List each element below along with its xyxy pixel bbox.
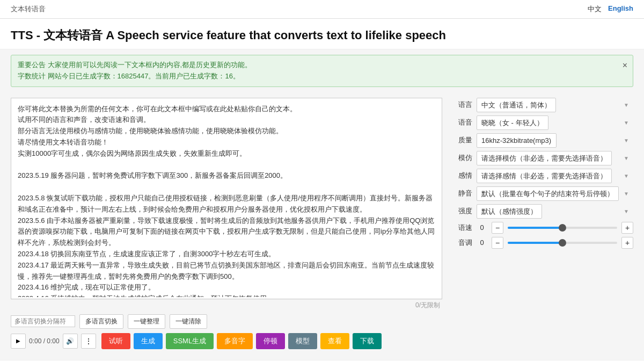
check-btn[interactable]: 查看: [320, 333, 349, 349]
silence-row: 静音 默认（批量在每个句子的结束符号后停顿） ▼: [451, 186, 633, 201]
right-panel: 语言 中文（普通话，简体） ▼ 语音 晓晓（女 - 年轻人） ▼ 质量: [451, 98, 633, 349]
silence-label: 静音: [451, 189, 472, 198]
emotion-select-arrow: ▼: [624, 173, 629, 179]
strength-select[interactable]: 默认（感情强度）: [477, 204, 542, 219]
text-container: [11, 98, 442, 299]
emotion-label: 感情: [451, 171, 472, 180]
notice-line1: 重要公告 大家使用前可以先阅读一下文本框内的内容,都是历史更新的功能。: [18, 60, 617, 71]
quality-select-wrapper: 16khz-32kbitrate(mp3) ▼: [477, 133, 633, 148]
silence-select[interactable]: 默认（批量在每个句子的结束符号后停顿）: [477, 186, 619, 201]
char-count: 0/无限制: [11, 299, 442, 311]
quality-label: 质量: [451, 135, 472, 145]
language-select-arrow: ▼: [624, 102, 629, 108]
multi-btn[interactable]: 多音字: [217, 333, 253, 349]
pitch-row: 音调 0 − +: [451, 237, 633, 249]
imitate-select-arrow: ▼: [624, 155, 629, 161]
main-textarea[interactable]: [11, 98, 442, 297]
voice-row: 语音 晓晓（女 - 年轻人） ▼: [451, 115, 633, 130]
download-btn[interactable]: 下载: [353, 333, 382, 349]
trial-btn[interactable]: 试听: [101, 333, 130, 349]
voice-label: 语音: [451, 118, 472, 127]
speed-value: 0: [477, 223, 487, 232]
notice-line2: 字数统计 网站今日已生成字数：16825447。当前用户已生成字数：16。: [18, 71, 617, 82]
voice-select[interactable]: 晓晓（女 - 年轻人）: [477, 115, 548, 130]
strength-select-wrapper: 默认（感情强度） ▼: [477, 204, 633, 219]
strength-label: 强度: [451, 206, 472, 216]
silence-select-wrapper: 默认（批量在每个句子的结束符号后停顿） ▼: [477, 186, 633, 201]
more-btn[interactable]: ⋮: [81, 334, 96, 349]
volume-btn[interactable]: 🔊: [63, 334, 78, 349]
pause-btn[interactable]: 停顿: [256, 333, 285, 349]
pitch-plus-btn[interactable]: +: [621, 237, 633, 249]
left-panel: 0/无限制 多语言切换 一键整理 一键清除 ▶ 0:00 / 0:00 🔊 ⋮ …: [11, 98, 442, 349]
pitch-minus-btn[interactable]: −: [492, 237, 503, 249]
lang-zh-btn[interactable]: 中文: [588, 4, 602, 14]
lang-en-btn[interactable]: English: [608, 4, 633, 14]
imitate-select-wrapper: 请选择模仿（非必选，需要先选择语音） ▼: [477, 151, 633, 165]
pitch-label: 音调: [451, 238, 472, 248]
emotion-select[interactable]: 请选择感情（非必选，需要先选择语音）: [477, 169, 612, 183]
pitch-value: 0: [477, 239, 487, 247]
quality-row: 质量 16khz-32kbitrate(mp3) ▼: [451, 133, 633, 148]
quality-select[interactable]: 16khz-32kbitrate(mp3): [477, 133, 557, 148]
main-content: 0/无限制 多语言切换 一键整理 一键清除 ▶ 0:00 / 0:00 🔊 ⋮ …: [0, 92, 644, 355]
organize-btn[interactable]: 一键整理: [128, 314, 165, 329]
voice-select-arrow: ▼: [624, 120, 629, 126]
language-switcher: 中文 English: [588, 4, 633, 14]
emotion-row: 感情 请选择感情（非必选，需要先选择语音） ▼: [451, 169, 633, 183]
imitate-select[interactable]: 请选择模仿（非必选，需要先选择语音）: [477, 151, 612, 165]
speed-label: 语速: [451, 223, 472, 233]
generate-btn[interactable]: 生成: [134, 333, 163, 349]
notice-bar: 重要公告 大家使用前可以先阅读一下文本框内的内容,都是历史更新的功能。 字数统计…: [11, 55, 633, 87]
strength-row: 强度 默认（感情强度） ▼: [451, 204, 633, 219]
audio-controls: ▶ 0:00 / 0:00 🔊 ⋮: [11, 334, 96, 349]
action-buttons-row: ▶ 0:00 / 0:00 🔊 ⋮ 试听 生成 SSML生成 多音字 停顿 模型…: [11, 333, 442, 349]
language-select[interactable]: 中文（普通话，简体）: [477, 98, 556, 112]
quality-select-arrow: ▼: [624, 138, 629, 143]
language-label: 语言: [451, 100, 472, 110]
notice-close-btn[interactable]: ×: [623, 59, 627, 73]
page-title: TTS - 文本转语音 A Speech service feature tha…: [11, 27, 633, 44]
page-title-area: TTS - 文本转语音 A Speech service feature tha…: [0, 19, 644, 49]
ssml-btn[interactable]: SSML生成: [166, 333, 214, 349]
language-row: 语言 中文（普通话，简体） ▼: [451, 98, 633, 112]
voice-select-wrapper: 晓晓（女 - 年轻人） ▼: [477, 115, 633, 130]
header-title: 文本转语音: [11, 4, 46, 14]
clear-btn[interactable]: 一键清除: [170, 314, 207, 329]
play-btn[interactable]: ▶: [11, 334, 26, 349]
emotion-select-wrapper: 请选择感情（非必选，需要先选择语音） ▼: [477, 169, 633, 183]
pitch-slider-track[interactable]: [508, 242, 617, 244]
model-btn[interactable]: 模型: [288, 333, 317, 349]
header: 文本转语音 中文 English: [0, 0, 644, 19]
separator-input[interactable]: [11, 315, 75, 327]
speed-slider-track[interactable]: [508, 227, 617, 229]
time-display: 0:00 / 0:00: [29, 337, 60, 345]
language-select-wrapper: 中文（普通话，简体） ▼: [477, 98, 633, 112]
bottom-controls: 多语言切换 一键整理 一键清除: [11, 314, 442, 329]
multi-lang-btn[interactable]: 多语言切换: [79, 314, 123, 329]
speed-plus-btn[interactable]: +: [621, 222, 633, 234]
imitate-label: 模仿: [451, 153, 472, 163]
speed-minus-btn[interactable]: −: [492, 222, 503, 234]
silence-select-arrow: ▼: [624, 191, 629, 197]
speed-row: 语速 0 − +: [451, 222, 633, 234]
imitate-row: 模仿 请选择模仿（非必选，需要先选择语音） ▼: [451, 151, 633, 165]
strength-select-arrow: ▼: [624, 208, 629, 214]
